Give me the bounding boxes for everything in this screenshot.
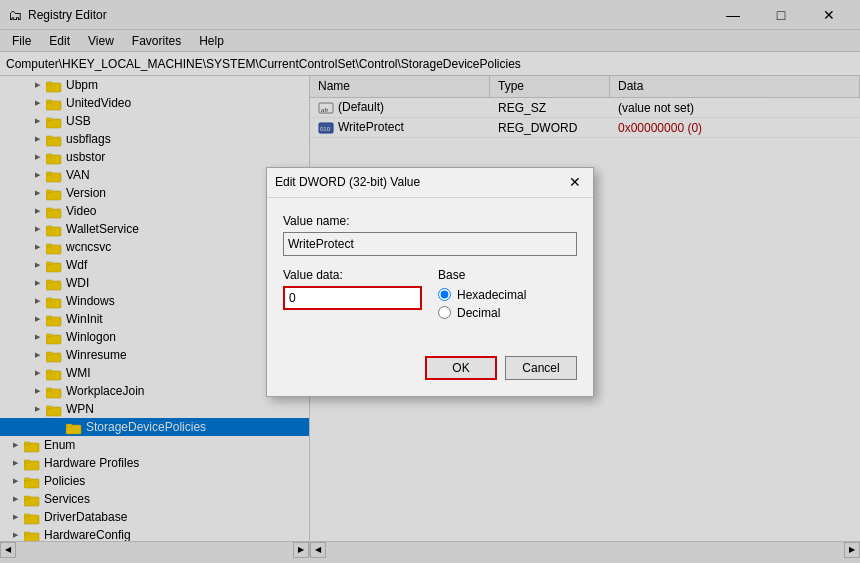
value-data-row: Value data: Base Hexadecimal Decimal	[283, 268, 577, 324]
radio-decimal[interactable]: Decimal	[438, 306, 577, 320]
ok-button[interactable]: OK	[425, 356, 497, 380]
radio-dec-label: Decimal	[457, 306, 500, 320]
value-name-field: Value name:	[283, 214, 577, 256]
value-data-input[interactable]	[283, 286, 422, 310]
radio-hex-label: Hexadecimal	[457, 288, 526, 302]
radio-hex-input[interactable]	[438, 288, 451, 301]
cancel-button[interactable]: Cancel	[505, 356, 577, 380]
dialog-buttons: OK Cancel	[267, 356, 593, 396]
dialog-close-button[interactable]: ✕	[565, 172, 585, 192]
value-name-input	[283, 232, 577, 256]
radio-hexadecimal[interactable]: Hexadecimal	[438, 288, 577, 302]
dialog-body: Value name: Value data: Base Hexadecimal	[267, 198, 593, 356]
value-data-label: Value data:	[283, 268, 422, 282]
edit-dword-dialog: Edit DWORD (32-bit) Value ✕ Value name: …	[266, 167, 594, 397]
radio-dec-input[interactable]	[438, 306, 451, 319]
base-label: Base	[438, 268, 577, 282]
modal-overlay: Edit DWORD (32-bit) Value ✕ Value name: …	[0, 0, 860, 563]
dialog-title-bar: Edit DWORD (32-bit) Value ✕	[267, 168, 593, 198]
dialog-title: Edit DWORD (32-bit) Value	[275, 175, 420, 189]
value-data-col: Value data:	[283, 268, 422, 324]
value-name-label: Value name:	[283, 214, 577, 228]
base-group: Base Hexadecimal Decimal	[438, 268, 577, 324]
